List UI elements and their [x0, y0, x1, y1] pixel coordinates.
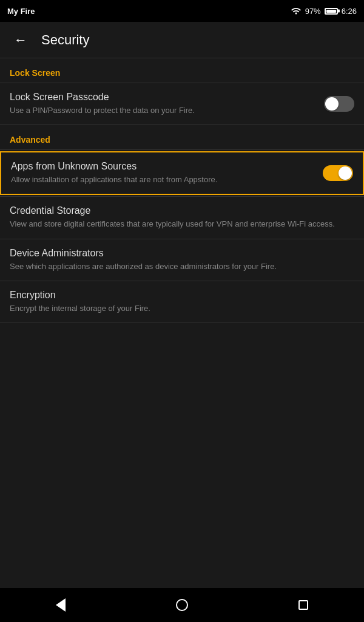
setting-title-encryption: Encryption — [10, 290, 347, 301]
setting-device-administrators[interactable]: Device Administrators See which applicat… — [0, 239, 364, 281]
setting-text-apps-unknown-sources: Apps from Unknown Sources Allow installa… — [11, 161, 315, 185]
header: ← Security — [0, 22, 364, 58]
setting-encryption[interactable]: Encryption Encrypt the internal storage … — [0, 281, 364, 323]
setting-desc-device-administrators: See which applications are authorized as… — [10, 261, 347, 272]
setting-desc-apps-unknown-sources: Allow installation of applications that … — [11, 174, 315, 185]
nav-recent-icon — [298, 600, 308, 610]
setting-title-apps-unknown-sources: Apps from Unknown Sources — [11, 161, 315, 172]
status-bar-right: 97% 6:26 — [291, 6, 357, 16]
nav-recent-button[interactable] — [285, 588, 322, 622]
setting-text-lock-screen-passcode: Lock Screen Passcode Use a PIN/Password … — [10, 92, 317, 116]
setting-desc-lock-screen-passcode: Use a PIN/Password to protect the data o… — [10, 105, 317, 116]
divider — [0, 323, 364, 323]
nav-back-icon — [56, 598, 66, 612]
nav-home-icon — [176, 599, 188, 611]
toggle-apps-unknown-sources[interactable] — [323, 165, 353, 181]
section-header-advanced: Advanced — [0, 125, 364, 149]
setting-text-encryption: Encryption Encrypt the internal storage … — [10, 290, 347, 314]
section-header-lock-screen: Lock Screen — [0, 58, 364, 83]
section-advanced: Advanced Apps from Unknown Sources Allow… — [0, 125, 364, 323]
toggle-lock-screen-passcode[interactable] — [324, 96, 354, 112]
setting-title-lock-screen-passcode: Lock Screen Passcode — [10, 92, 317, 103]
toggle-knob-lock-screen-passcode — [325, 97, 339, 111]
page-title: Security — [41, 32, 89, 48]
setting-lock-screen-passcode[interactable]: Lock Screen Passcode Use a PIN/Password … — [0, 83, 364, 125]
setting-credential-storage[interactable]: Credential Storage View and store digita… — [0, 197, 364, 238]
setting-text-credential-storage: Credential Storage View and store digita… — [10, 205, 347, 230]
setting-desc-credential-storage: View and store digital certificates that… — [10, 219, 347, 230]
nav-back-button[interactable] — [42, 588, 79, 622]
battery-icon — [325, 8, 338, 15]
toggle-knob-apps-unknown-sources — [339, 166, 352, 180]
setting-title-device-administrators: Device Administrators — [10, 248, 347, 259]
battery-percent: 97% — [305, 7, 321, 16]
setting-apps-unknown-sources[interactable]: Apps from Unknown Sources Allow installa… — [0, 151, 364, 195]
back-button[interactable]: ← — [10, 29, 32, 51]
setting-text-device-administrators: Device Administrators See which applicat… — [10, 248, 347, 272]
status-bar: My Fire 97% 6:26 — [0, 0, 364, 22]
nav-home-button[interactable] — [164, 588, 200, 622]
content-area: Lock Screen Lock Screen Passcode Use a P… — [0, 58, 364, 588]
setting-desc-encryption: Encrypt the internal storage of your Fir… — [10, 303, 347, 314]
wifi-icon — [291, 6, 302, 16]
nav-bar — [0, 588, 364, 622]
section-lock-screen: Lock Screen Lock Screen Passcode Use a P… — [0, 58, 364, 125]
divider — [0, 149, 364, 150]
app-name: My Fire — [7, 7, 35, 16]
setting-title-credential-storage: Credential Storage — [10, 205, 347, 216]
time-display: 6:26 — [342, 7, 357, 16]
